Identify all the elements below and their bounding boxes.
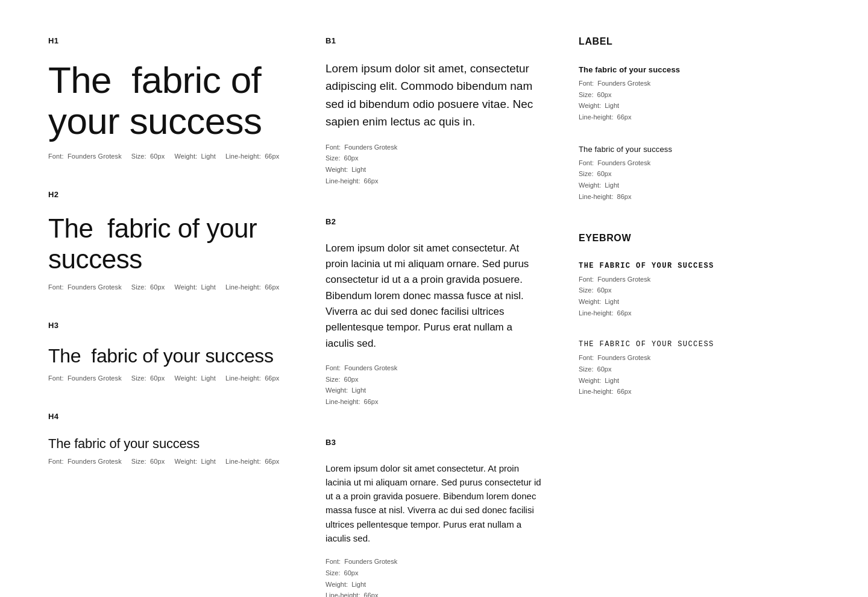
label-meta-2: Font: Founders Grotesk Size: 60px Weight… — [579, 157, 820, 203]
b1-meta-weight: Weight: Light — [326, 164, 542, 175]
h2-meta-lineheight: Line-height: 66px — [225, 283, 279, 291]
b3-meta-size: Size: 60px — [326, 567, 542, 579]
h2-section: H2 The fabric of your success Font: Foun… — [48, 190, 301, 290]
label-meta-2-lineheight: Line-height: 86px — [579, 191, 820, 203]
h2-meta-weight: Weight: Light — [174, 283, 216, 291]
h2-meta: Font: Founders Grotesk Size: 60px Weight… — [48, 283, 301, 291]
b2-meta-size: Size: 60px — [326, 374, 542, 385]
page-wrapper: H1 The fabric ofyour success Font: Found… — [0, 0, 868, 597]
label-meta-1: Font: Founders Grotesk Size: 60px Weight… — [579, 78, 820, 123]
h3-meta-font: Font: Founders Grotesk — [48, 374, 122, 382]
h4-section: H4 The fabric of your success Font: Foun… — [48, 412, 301, 466]
h4-specimen: The fabric of your success — [48, 435, 301, 452]
label-specimen-2: The fabric of your success — [579, 145, 820, 154]
h4-meta-font: Font: Founders Grotesk — [48, 458, 122, 465]
label-specimen-1: The fabric of your success — [579, 65, 820, 74]
h4-meta: Font: Founders Grotesk Size: 60px Weight… — [48, 458, 301, 465]
h2-label: H2 — [48, 190, 301, 199]
h2-meta-size: Size: 60px — [131, 283, 165, 291]
h1-meta-weight: Weight: Light — [174, 153, 216, 160]
eyebrow-meta-1: Font: Founders Grotesk Size: 60px Weight… — [579, 274, 820, 319]
eyebrow-meta-1-font: Font: Founders Grotesk — [579, 274, 820, 285]
b2-specimen: Lorem ipsum dolor sit amet consectetur. … — [326, 241, 542, 352]
middle-column: B1 Lorem ipsum dolor sit amet, consectet… — [326, 36, 579, 597]
b1-meta-font: Font: Founders Grotesk — [326, 142, 542, 153]
eyebrow-meta-2-font: Font: Founders Grotesk — [579, 352, 820, 364]
label-meta-1-weight: Weight: Light — [579, 100, 820, 112]
h3-meta-size: Size: 60px — [131, 374, 165, 382]
eyebrow-meta-2-lineheight: Line-height: 66px — [579, 386, 820, 397]
eyebrow-meta-2: Font: Founders Grotesk Size: 60px Weight… — [579, 352, 820, 397]
b1-meta-lineheight: Line-height: 66px — [326, 175, 542, 187]
b3-meta-font: Font: Founders Grotesk — [326, 556, 542, 567]
b3-label: B3 — [326, 438, 542, 447]
h3-section: H3 The fabric of your success Font: Foun… — [48, 321, 301, 382]
h2-meta-font: Font: Founders Grotesk — [48, 283, 122, 291]
b3-specimen: Lorem ipsum dolor sit amet consectetur. … — [326, 461, 542, 546]
label-heading: LABEL — [579, 36, 820, 47]
h1-meta-size: Size: 60px — [131, 153, 165, 160]
label-meta-1-lineheight: Line-height: 66px — [579, 112, 820, 123]
h3-specimen: The fabric of your success — [48, 344, 301, 367]
eyebrow-meta-1-weight: Weight: Light — [579, 296, 820, 308]
h3-meta-weight: Weight: Light — [174, 374, 216, 382]
b2-section: B2 Lorem ipsum dolor sit amet consectetu… — [326, 217, 542, 408]
h1-meta: Font: Founders Grotesk Size: 60px Weight… — [48, 153, 301, 160]
left-column: H1 The fabric ofyour success Font: Found… — [48, 36, 326, 597]
eyebrow-meta-1-lineheight: Line-height: 66px — [579, 308, 820, 319]
b3-meta: Font: Founders Grotesk Size: 60px Weight… — [326, 556, 542, 597]
b3-meta-weight: Weight: Light — [326, 579, 542, 590]
b2-meta-font: Font: Founders Grotesk — [326, 362, 542, 374]
h1-section: H1 The fabric ofyour success Font: Found… — [48, 36, 301, 160]
b2-label: B2 — [326, 217, 542, 226]
label-item-1: The fabric of your success Font: Founder… — [579, 65, 820, 123]
h1-meta-lineheight: Line-height: 66px — [225, 153, 279, 160]
h3-label: H3 — [48, 321, 301, 330]
label-meta-1-size: Size: 60px — [579, 89, 820, 101]
eyebrow-meta-1-size: Size: 60px — [579, 285, 820, 296]
h4-meta-lineheight: Line-height: 66px — [225, 458, 279, 465]
h4-meta-size: Size: 60px — [131, 458, 165, 465]
eyebrow-meta-2-weight: Weight: Light — [579, 375, 820, 387]
b1-meta: Font: Founders Grotesk Size: 60px Weight… — [326, 142, 542, 187]
eyebrow-section: EYEBROW THE FABRIC OF YOUR SUCCESS Font:… — [579, 233, 820, 398]
h3-meta-lineheight: Line-height: 66px — [225, 374, 279, 382]
b3-section: B3 Lorem ipsum dolor sit amet consectetu… — [326, 438, 542, 597]
right-column: LABEL The fabric of your success Font: F… — [579, 36, 820, 597]
b2-meta: Font: Founders Grotesk Size: 60px Weight… — [326, 362, 542, 408]
h3-meta: Font: Founders Grotesk Size: 60px Weight… — [48, 374, 301, 382]
h1-meta-font: Font: Founders Grotesk — [48, 153, 122, 160]
eyebrow-item-1: THE FABRIC OF YOUR SUCCESS Font: Founder… — [579, 262, 820, 319]
label-meta-2-weight: Weight: Light — [579, 180, 820, 191]
label-item-2: The fabric of your success Font: Founder… — [579, 145, 820, 203]
h1-label: H1 — [48, 36, 301, 45]
eyebrow-specimen-1: THE FABRIC OF YOUR SUCCESS — [579, 262, 820, 270]
label-meta-2-size: Size: 60px — [579, 168, 820, 180]
eyebrow-specimen-2: THE FABRIC OF YOUR SUCCESS — [579, 340, 820, 349]
h1-specimen: The fabric ofyour success — [48, 60, 301, 142]
b1-label: B1 — [326, 36, 542, 45]
b1-meta-size: Size: 60px — [326, 153, 542, 164]
h2-specimen: The fabric of your success — [48, 213, 301, 274]
label-section: LABEL The fabric of your success Font: F… — [579, 36, 820, 203]
h4-label: H4 — [48, 412, 301, 421]
eyebrow-item-2: THE FABRIC OF YOUR SUCCESS Font: Founder… — [579, 340, 820, 397]
eyebrow-heading: EYEBROW — [579, 233, 820, 244]
eyebrow-meta-2-size: Size: 60px — [579, 364, 820, 375]
b2-meta-weight: Weight: Light — [326, 385, 542, 396]
b1-specimen: Lorem ipsum dolor sit amet, consectetur … — [326, 60, 542, 131]
b3-meta-lineheight: Line-height: 66px — [326, 590, 542, 597]
b2-meta-lineheight: Line-height: 66px — [326, 396, 542, 408]
h4-meta-weight: Weight: Light — [174, 458, 216, 465]
label-meta-1-font: Font: Founders Grotesk — [579, 78, 820, 89]
label-meta-2-font: Font: Founders Grotesk — [579, 157, 820, 169]
b1-section: B1 Lorem ipsum dolor sit amet, consectet… — [326, 36, 542, 187]
